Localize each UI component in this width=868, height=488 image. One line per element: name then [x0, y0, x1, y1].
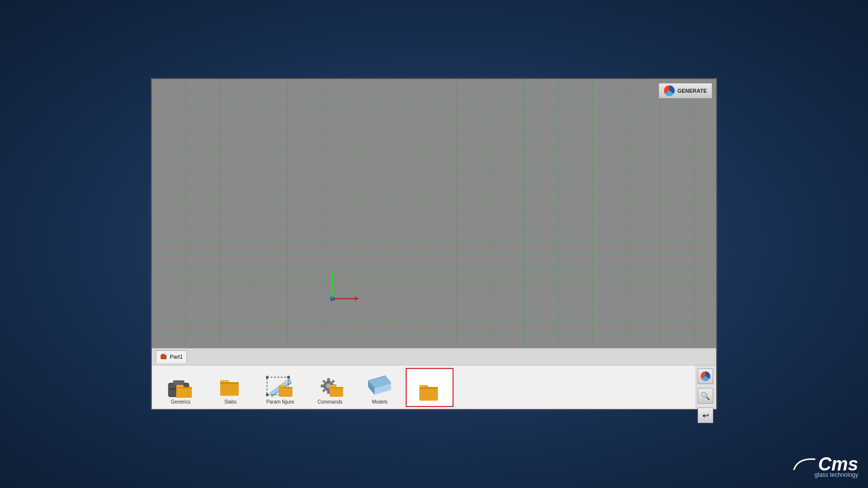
svg-rect-28 — [327, 378, 330, 381]
svg-rect-30 — [321, 385, 324, 387]
outer-background: GENERATE — [0, 0, 868, 488]
svg-rect-44 — [419, 387, 438, 389]
tool-sixth[interactable] — [406, 368, 454, 407]
tool-models[interactable]: Models — [356, 368, 404, 407]
right-toolbar: 🔍 ↩ — [696, 366, 716, 409]
svg-rect-13 — [220, 382, 239, 396]
svg-marker-4 — [355, 297, 359, 301]
tool-slabs-label: Slabs — [224, 399, 236, 405]
viewport[interactable]: GENERATE — [152, 79, 716, 348]
tool-paramfig-label: Param figure — [266, 399, 294, 405]
tool-paramfig[interactable]: Param figure — [256, 368, 304, 407]
svg-rect-12 — [176, 387, 192, 388]
undo-button[interactable]: ↩ — [698, 407, 713, 423]
cms-swoosh-icon — [793, 455, 816, 473]
tool-generics-label: Generics — [171, 399, 190, 405]
undo-btn[interactable]: ↩ — [698, 407, 713, 423]
generate-icon — [664, 85, 675, 96]
svg-point-19 — [266, 376, 269, 379]
generate-label: GENERATE — [678, 88, 707, 94]
toolbar-bottom: Generics Slabs — [152, 365, 716, 409]
svg-rect-38 — [330, 387, 343, 388]
search-btn[interactable]: 🔍 — [698, 388, 713, 404]
tool-generics[interactable]: Generics — [157, 368, 205, 407]
svg-point-21 — [266, 393, 269, 396]
tool-commands[interactable]: Commands — [306, 368, 354, 407]
svg-rect-15 — [220, 382, 239, 384]
tab-bar: Part1 — [152, 348, 716, 365]
svg-rect-25 — [279, 387, 292, 388]
tool-models-label: Models — [372, 399, 388, 405]
svg-rect-42 — [419, 387, 438, 401]
tab-part1-label: Part1 — [170, 354, 183, 360]
tool-commands-label: Commands — [317, 399, 342, 405]
cms-logo: Cms glass technology — [793, 455, 858, 478]
svg-rect-6 — [162, 354, 165, 356]
cms-name: Cms — [818, 455, 858, 473]
cms-subtitle: glass technology — [815, 471, 858, 478]
svg-marker-2 — [331, 272, 334, 276]
axis-widget — [323, 269, 362, 310]
app-window: GENERATE — [151, 78, 717, 410]
generate-button[interactable]: GENERATE — [659, 83, 712, 99]
svg-point-20 — [287, 376, 290, 379]
svg-rect-8 — [173, 381, 184, 386]
tool-slabs[interactable]: Slabs — [207, 368, 254, 407]
toolbar-top-right-btn[interactable] — [698, 368, 713, 384]
tab-part1[interactable]: Part1 — [156, 350, 187, 363]
search-button[interactable]: 🔍 — [698, 388, 713, 404]
grid-lines — [152, 79, 716, 348]
